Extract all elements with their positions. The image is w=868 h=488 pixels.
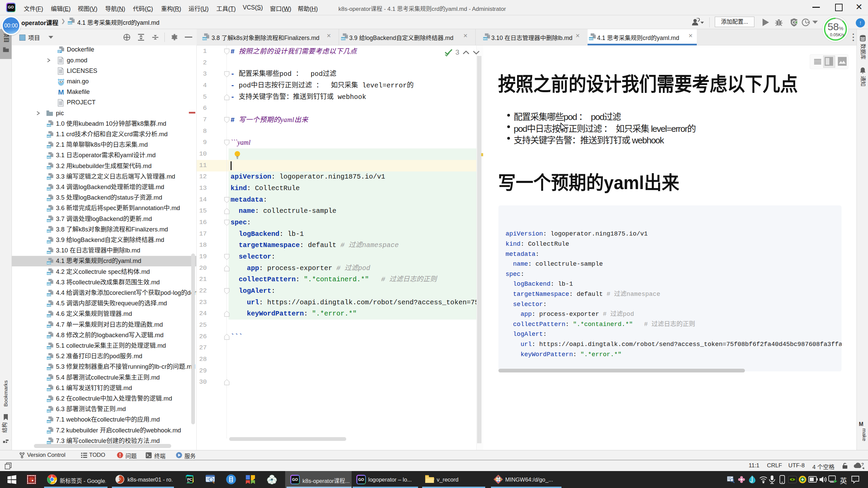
svg-text:MD: MD (47, 304, 51, 307)
svg-text:MD: MD (47, 251, 51, 254)
svg-text:MD: MD (202, 37, 207, 40)
svg-text:MD: MD (47, 219, 51, 222)
svg-text:MD: MD (47, 240, 51, 243)
svg-text:PC: PC (187, 477, 192, 482)
svg-text:MD: MD (47, 135, 51, 138)
svg-text:MD: MD (47, 314, 51, 318)
svg-text:MD: MD (68, 22, 72, 25)
svg-text:MD: MD (47, 272, 51, 275)
svg-text:MD: MD (47, 325, 51, 328)
svg-text:MD: MD (47, 177, 51, 180)
svg-text:MD: MD (47, 431, 51, 434)
svg-text:MD: MD (47, 262, 51, 265)
svg-text:MD: MD (47, 336, 51, 339)
svg-text:?: ? (861, 462, 864, 467)
svg-text:D: D (58, 50, 60, 53)
svg-text:MD: MD (47, 367, 51, 370)
svg-text:MD: MD (47, 209, 51, 212)
svg-text:MD: MD (47, 187, 51, 190)
svg-text:MD: MD (47, 378, 51, 381)
svg-text:MD: MD (47, 420, 51, 423)
svg-text:MD: MD (47, 409, 51, 412)
svg-text:ev: ev (270, 478, 273, 482)
svg-text:MD: MD (341, 37, 346, 40)
svg-text:MD: MD (483, 37, 488, 40)
svg-text:MD: MD (47, 293, 51, 296)
svg-text:MD: MD (47, 346, 51, 349)
svg-text:MD: MD (589, 37, 593, 40)
svg-text:MD: MD (47, 145, 51, 148)
svg-text:MD: MD (47, 124, 51, 127)
svg-text:MD: MD (47, 399, 51, 402)
svg-text:MD: MD (47, 166, 51, 169)
svg-text:MD: MD (47, 388, 51, 391)
svg-text:MD: MD (47, 230, 51, 233)
svg-text:MD: MD (47, 198, 51, 201)
svg-text:MD: MD (47, 357, 51, 360)
svg-text:MD: MD (47, 283, 51, 286)
svg-text:MD: MD (47, 156, 51, 159)
